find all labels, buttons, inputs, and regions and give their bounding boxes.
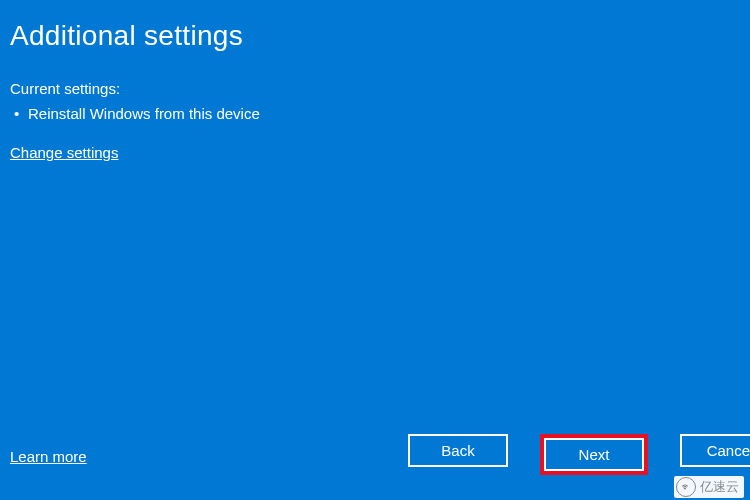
settings-list-item: Reinstall Windows from this device xyxy=(10,105,740,122)
change-settings-link[interactable]: Change settings xyxy=(10,144,118,161)
next-button[interactable]: Next xyxy=(544,438,644,471)
next-button-highlight: Next xyxy=(540,434,648,475)
watermark: ᯤ 亿速云 xyxy=(674,476,744,498)
current-settings-label: Current settings: xyxy=(0,52,750,97)
back-button[interactable]: Back xyxy=(408,434,508,467)
watermark-icon: ᯤ xyxy=(676,477,696,497)
learn-more-link[interactable]: Learn more xyxy=(10,448,87,465)
watermark-text: 亿速云 xyxy=(700,478,739,496)
cancel-button[interactable]: Cancel xyxy=(680,434,750,467)
settings-list: Reinstall Windows from this device xyxy=(0,97,750,122)
page-title: Additional settings xyxy=(0,0,750,52)
button-row: Back Next Cancel xyxy=(408,434,750,475)
